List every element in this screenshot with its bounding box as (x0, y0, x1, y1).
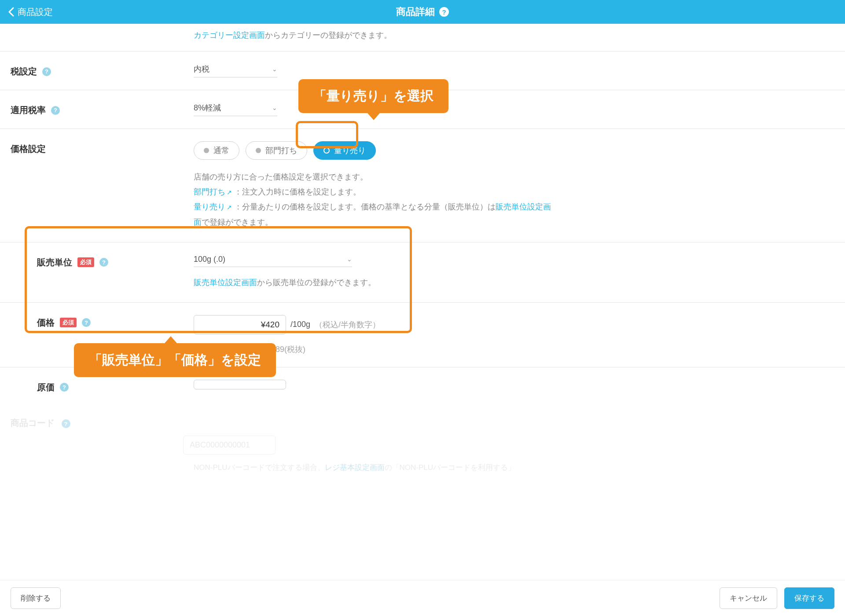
dept-desc: ：注文入力時に価格を設定します。 (234, 187, 361, 196)
callout-bottom: 「販売単位」「価格」を設定 (74, 343, 276, 377)
ghost-note1: NON-PLUバーコードで注文する場合、 (194, 463, 325, 472)
radio-icon (204, 148, 209, 153)
tax-label: 税設定 (11, 66, 37, 77)
radio-icon (323, 147, 330, 154)
rate-select[interactable]: 8%軽減 ⌄ (194, 103, 277, 116)
help-icon[interactable]: ? (51, 106, 60, 115)
callout-bottom-text: 「販売単位」「価格」を設定 (89, 352, 261, 367)
required-badge: 必須 (77, 257, 94, 267)
radio-icon (256, 148, 261, 153)
chevron-down-icon: ⌄ (347, 256, 352, 263)
opt-normal-label: 通常 (213, 145, 229, 156)
weigh-link-label: 量り売り (194, 202, 225, 211)
chevron-left-icon (8, 7, 14, 17)
opt-dept-label: 部門打ち (265, 145, 297, 156)
external-link-icon: ↗ (227, 202, 232, 213)
rate-label: 適用税率 (11, 104, 46, 116)
tax-select[interactable]: 内税 ⌄ (194, 64, 277, 77)
external-link-icon: ↗ (227, 187, 232, 198)
category-settings-link[interactable]: カテゴリー設定画面 (194, 31, 265, 40)
tax-value: 内税 (194, 64, 209, 74)
pricetype-weigh[interactable]: 量り売り (313, 141, 376, 160)
pricetype-normal[interactable]: 通常 (194, 141, 239, 160)
dept-link[interactable]: 部門打ち↗ (194, 187, 232, 196)
content: カテゴリー設定画面からカテゴリーの登録ができます。 税設定 ? 内税 ⌄ 適用税… (0, 24, 845, 534)
callout-arrow-icon (367, 113, 380, 120)
help-icon[interactable]: ? (439, 7, 449, 17)
cost-input[interactable] (194, 380, 286, 389)
pricetype-desc: 店舗の売り方に合った価格設定を選択できます。 部門打ち↗ ：注文入力時に価格を設… (194, 169, 555, 230)
saleunit-value: 100g (.0) (194, 255, 225, 264)
cost-label: 原価 (37, 381, 55, 393)
category-note: カテゴリー設定画面からカテゴリーの登録ができます。 (0, 24, 845, 51)
ghost-label: 商品コード (11, 418, 55, 428)
price-input[interactable]: ¥420 (194, 315, 286, 334)
pricetype-desc1: 店舗の売り方に合った価格設定を選択できます。 (194, 169, 555, 184)
price-hint: （税込/半角数字） (315, 319, 380, 330)
dept-link-label: 部門打ち (194, 187, 225, 196)
help-icon[interactable]: ? (60, 383, 69, 392)
page-title-wrap: 商品詳細 ? (396, 5, 449, 18)
saleunit-note: 販売単位設定画面から販売単位の登録ができます。 (194, 275, 555, 290)
row-saleunit: 販売単位 必須 ? 100g (.0) ⌄ 販売単位設定画面から販売単位の登録が… (0, 242, 845, 303)
callout-top: 「量り売り」を選択 (298, 79, 448, 113)
category-note-text: からカテゴリーの登録ができます。 (265, 31, 392, 40)
page-header: 商品設定 商品詳細 ? (0, 0, 845, 24)
ghost-input: ABC0000000001 (183, 436, 276, 455)
price-label: 価格 (37, 317, 55, 329)
ghost-note2: の「NON-PLUバーコードを利用する」 (385, 463, 516, 472)
help-icon[interactable]: ? (99, 258, 108, 267)
back-label: 商品設定 (18, 6, 53, 18)
help-icon[interactable]: ? (42, 67, 51, 76)
price-per: /100g (290, 320, 310, 329)
chevron-down-icon: ⌄ (272, 104, 277, 111)
callout-top-text: 「量り売り」を選択 (313, 88, 434, 103)
page-title: 商品詳細 (396, 5, 435, 18)
saleunit-select[interactable]: 100g (.0) ⌄ (194, 255, 352, 267)
weigh-desc1: ：分量あたりの価格を設定します。価格の基準となる分量（販売単位）は (234, 202, 496, 211)
required-badge: 必須 (60, 318, 77, 327)
weigh-desc2: で登録ができます。 (202, 218, 273, 227)
pricetype-dept[interactable]: 部門打ち (246, 141, 307, 160)
weigh-link[interactable]: 量り売り↗ (194, 202, 232, 211)
saleunit-label: 販売単位 (37, 257, 72, 268)
row-pricetype: 価格設定 通常 部門打ち 量り売り 店舗の売り方に合った価格設定を選択できます。 (0, 129, 845, 242)
ghost-note-link: レジ基本設定画面 (325, 463, 385, 472)
help-icon[interactable]: ? (82, 318, 91, 327)
opt-weigh-label: 量り売り (334, 145, 366, 156)
pricetype-label: 価格設定 (11, 143, 46, 155)
ghost-note: NON-PLUバーコードで注文する場合、レジ基本設定画面の「NON-PLUバーコ… (194, 462, 845, 473)
help-icon: ? (62, 419, 70, 428)
chevron-down-icon: ⌄ (272, 66, 277, 73)
rate-value: 8%軽減 (194, 103, 221, 113)
callout-arrow-icon (165, 336, 177, 343)
saleunit-settings-link[interactable]: 販売単位設定画面 (194, 278, 257, 287)
saleunit-note-rest: から販売単位の登録ができます。 (257, 278, 376, 287)
ghost-section: 商品コード ? ABC0000000001 NON-PLUバーコードで注文する場… (0, 406, 845, 473)
price-input-row: ¥420 /100g （税込/半角数字） (194, 315, 845, 334)
pricetype-options: 通常 部門打ち 量り売り (194, 141, 845, 160)
back-button[interactable]: 商品設定 (8, 6, 53, 18)
